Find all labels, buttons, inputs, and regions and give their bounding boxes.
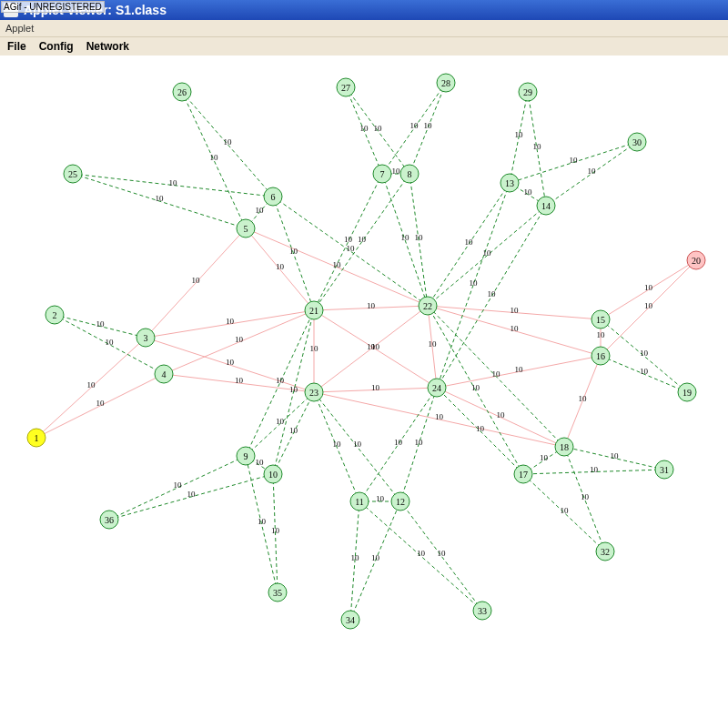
edge-weight-label: 10	[310, 344, 319, 353]
graph-node-label: 27	[341, 83, 350, 93]
edge-weight-label: 10	[488, 289, 497, 298]
edge-weight-label: 10	[476, 424, 485, 433]
graph-node-label: 31	[660, 465, 669, 475]
graph-node-label: 32	[601, 547, 610, 557]
edge-weight-label: 10	[106, 338, 115, 347]
edge-weight-label: 10	[256, 458, 265, 467]
graph-node-label: 17	[519, 470, 528, 480]
edge-weight-label: 10	[401, 233, 410, 242]
edge-weight-label: 10	[533, 142, 542, 151]
graph-node-label: 20	[692, 256, 701, 266]
graph-node-label: 7	[380, 169, 385, 179]
graph-node-label: 3	[144, 333, 148, 343]
menu-file[interactable]: File	[7, 40, 26, 53]
graph-node-label: 26	[177, 87, 187, 97]
edge-weight-label: 10	[226, 358, 235, 367]
edge-weight-label: 10	[511, 324, 520, 333]
edge-weight-label: 10	[333, 440, 342, 449]
edge-weight-label: 10	[235, 376, 244, 385]
edge-weight-label: 10	[347, 244, 356, 253]
menu-config[interactable]: Config	[39, 40, 74, 53]
graph-node-label: 13	[505, 178, 514, 188]
edge-weight-label: 10	[524, 187, 533, 197]
graph-node-label: 18	[560, 442, 569, 452]
graph-node-label: 15	[596, 315, 605, 325]
edge-weight-label: 10	[235, 335, 244, 344]
edge-weight-label: 10	[415, 233, 424, 242]
edge-weight-label: 10	[376, 494, 385, 503]
canvas-menubar: File Config Network	[0, 37, 728, 56]
edge-weight-label: 10	[226, 317, 235, 326]
edge-weight-label: 10	[579, 394, 588, 403]
edge-weight-label: 10	[415, 438, 424, 447]
edge-weight-label: 10	[570, 156, 579, 165]
graph-node-label: 4	[162, 369, 167, 379]
edge-weight-label: 10	[210, 153, 219, 162]
graph-node-label: 29	[523, 87, 532, 97]
edge-weight-label: 10	[289, 385, 298, 394]
graph-node-label: 11	[355, 497, 364, 507]
edge-weight-label: 10	[156, 194, 165, 203]
graph-node-label: 25	[68, 169, 77, 179]
edge-weight-label: 10	[540, 453, 549, 462]
edge-weight-label: 10	[271, 526, 280, 535]
menu-network[interactable]: Network	[86, 40, 129, 53]
graph-node-label: 24	[432, 383, 441, 393]
applet-menu-label[interactable]: Applet	[5, 23, 34, 34]
edge-weight-label: 10	[192, 276, 201, 285]
graph-node-label: 9	[244, 451, 248, 461]
graph-node-label: 10	[268, 470, 278, 480]
edge-weight-label: 10	[333, 260, 342, 269]
edge-weight-label: 10	[367, 342, 376, 351]
edge-weight-label: 10	[353, 440, 362, 449]
edge-weight-label: 10	[611, 451, 620, 460]
edge-weight-label: 10	[371, 383, 380, 392]
edge-weight-label: 10	[410, 121, 420, 130]
edge-weight-label: 10	[429, 339, 438, 349]
edge-weight-label: 10	[497, 410, 506, 420]
graph-node-label: 16	[596, 351, 605, 361]
graph-node-label: 33	[478, 606, 487, 616]
edge-weight-label: 10	[276, 417, 285, 426]
graph-node-label: 6	[271, 192, 276, 202]
edge-weight-label: 10	[435, 412, 444, 421]
edge-weight-label: 10	[424, 121, 433, 130]
edge-weight-label: 10	[367, 301, 376, 310]
graph-node-label: 35	[273, 588, 282, 598]
edge-weight-label: 10	[374, 124, 383, 133]
edge-weight-label: 10	[465, 238, 474, 247]
edge-weight-label: 10	[360, 124, 369, 133]
window-titlebar[interactable]: Applet Viewer: S1.class	[0, 0, 728, 20]
edge-weight-label: 10	[644, 301, 653, 310]
edge-weight-label: 10	[561, 506, 570, 515]
graph-node-label: 14	[541, 201, 551, 211]
edge-weight-label: 10	[588, 167, 597, 176]
edge-weight-label: 10	[492, 369, 501, 379]
edge-weight-label: 10	[224, 137, 233, 147]
graph-node-label: 36	[105, 515, 114, 525]
edge-weight-label: 10	[640, 349, 649, 358]
applet-menu[interactable]: Applet	[0, 20, 728, 37]
edge-weight-label: 10	[438, 549, 447, 558]
edge-weight-label: 10	[276, 376, 285, 385]
edge-weight-label: 10	[258, 517, 267, 526]
gif-watermark: AGif - UNREGISTERED	[1, 1, 105, 13]
edge-weight-label: 10	[289, 247, 298, 256]
graph-node-label: 23	[309, 388, 318, 398]
graph-node-label: 28	[441, 78, 450, 88]
graph-node-label: 1	[35, 433, 39, 443]
graph-canvas[interactable]: 1010101010101010101010101010101010101010…	[0, 56, 728, 728]
edge-weight-label: 10	[96, 399, 106, 408]
graph-node-label: 19	[682, 388, 692, 398]
edge-weight-label: 10	[392, 167, 401, 176]
edge-weight-label: 10	[515, 130, 524, 139]
edge-weight-label: 10	[289, 426, 298, 435]
edge-weight-label: 10	[169, 178, 178, 187]
edge-weight-label: 10	[371, 553, 380, 562]
edge-weight-label: 10	[644, 283, 653, 292]
edge-weight-label: 10	[471, 383, 480, 392]
edge-weight-label: 10	[511, 306, 520, 315]
edge-weight-label: 10	[344, 235, 353, 244]
edge-weight-label: 10	[187, 490, 197, 499]
graph-node-label: 8	[408, 169, 412, 179]
